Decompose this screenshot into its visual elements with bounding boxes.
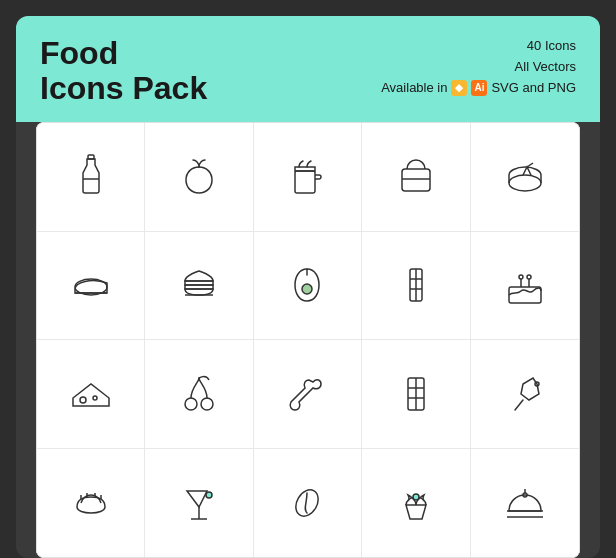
cheese-icon <box>37 340 145 448</box>
beer-icon <box>254 123 362 231</box>
icons-grid-container <box>36 122 580 558</box>
svg-point-4 <box>509 175 541 191</box>
card-meta: 40 Icons All Vectors Available in ◆ Ai S… <box>381 36 576 98</box>
svg-point-23 <box>201 398 213 410</box>
cherries-icon <box>145 340 253 448</box>
chocolate-icon <box>362 340 470 448</box>
svg-rect-2 <box>295 171 315 193</box>
cloche-icon <box>471 449 579 557</box>
avocado-icon <box>254 232 362 340</box>
svg-point-10 <box>302 284 312 294</box>
sketch-icon: ◆ <box>451 80 467 96</box>
pie-icon <box>471 123 579 231</box>
cake-icon <box>471 232 579 340</box>
svg-point-21 <box>93 396 97 400</box>
svg-rect-1 <box>88 155 94 159</box>
svg-point-20 <box>80 397 86 403</box>
toast-icon <box>362 123 470 231</box>
svg-point-19 <box>527 275 531 279</box>
bread-icon <box>37 232 145 340</box>
noodles-icon <box>37 449 145 557</box>
chocolate-bar-icon <box>362 232 470 340</box>
title-line2: Icons Pack <box>40 71 207 106</box>
svg-point-22 <box>185 398 197 410</box>
svg-point-37 <box>292 486 323 520</box>
burger-icon <box>145 232 253 340</box>
icons-grid <box>36 122 580 558</box>
cupcake-icon <box>362 449 470 557</box>
meta-count: 40 Icons <box>381 36 576 57</box>
svg-point-38 <box>413 494 419 500</box>
meta-vectors: All Vectors <box>381 57 576 78</box>
card-header: Food Icons Pack 40 Icons All Vectors Ava… <box>16 16 600 122</box>
svg-point-36 <box>206 492 212 498</box>
cocktail-icon <box>145 449 253 557</box>
chicken-leg-icon <box>254 340 362 448</box>
meta-available-row: Available in ◆ Ai SVG and PNG <box>381 78 576 99</box>
wine-bottle-icon <box>37 123 145 231</box>
coffee-bean-icon <box>254 449 362 557</box>
apple-icon <box>145 123 253 231</box>
svg-rect-3 <box>402 169 430 191</box>
candy-icon <box>471 340 579 448</box>
ai-icon: Ai <box>471 80 487 96</box>
main-card: Food Icons Pack 40 Icons All Vectors Ava… <box>16 16 600 558</box>
card-title: Food Icons Pack <box>40 36 207 106</box>
svg-point-18 <box>519 275 523 279</box>
svg-marker-28 <box>521 378 539 400</box>
meta-formats-text: SVG and PNG <box>491 78 576 99</box>
svg-line-5 <box>527 163 533 167</box>
title-line1: Food <box>40 36 207 71</box>
meta-available-text: Available in <box>381 78 447 99</box>
